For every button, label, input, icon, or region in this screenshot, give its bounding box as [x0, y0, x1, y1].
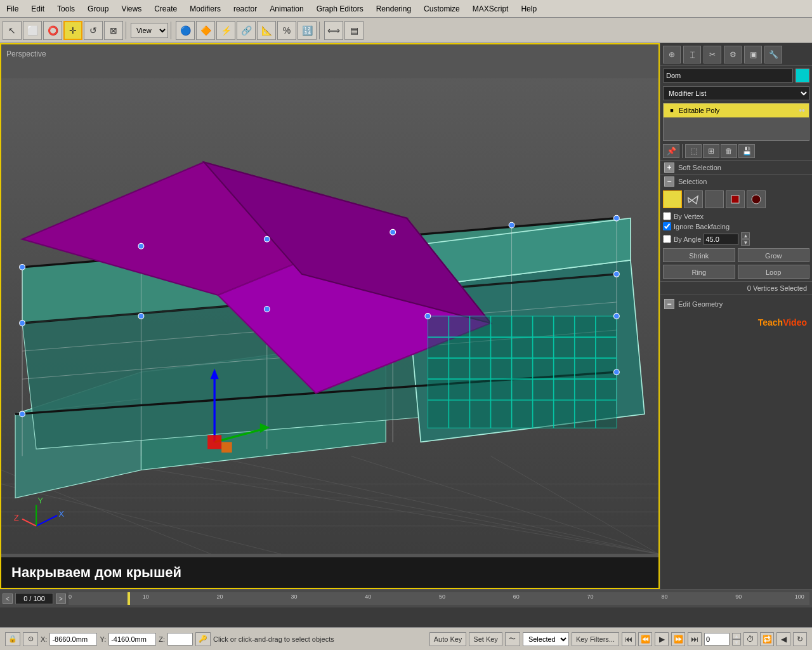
- svg-rect-77: [731, 196, 739, 203]
- target-btn[interactable]: ⊙: [23, 632, 38, 646]
- modifier-list-select[interactable]: Modifier List: [663, 86, 809, 100]
- curve-icon[interactable]: 〜: [505, 632, 520, 646]
- display-panel-btn[interactable]: ▣: [744, 46, 762, 63]
- set-key-btn[interactable]: Set Key: [469, 632, 502, 646]
- time-config-btn[interactable]: ⏱: [743, 632, 757, 646]
- modify-panel-btn[interactable]: ⌶: [683, 46, 701, 63]
- hierarchy-panel-btn[interactable]: ✂: [704, 46, 721, 63]
- scale-tool[interactable]: ⊠: [104, 21, 123, 40]
- menu-maxscript[interactable]: MAXScript: [466, 2, 515, 16]
- utilities-panel-btn[interactable]: 🔧: [764, 46, 782, 63]
- menu-modifiers[interactable]: Modifiers: [183, 2, 227, 16]
- go-end-btn[interactable]: ⏭: [688, 632, 702, 646]
- soft-selection-toggle[interactable]: +: [664, 162, 674, 173]
- object-name-input[interactable]: [663, 69, 793, 83]
- prev-frame-btn[interactable]: ⏪: [638, 632, 652, 646]
- menu-file[interactable]: File: [0, 2, 25, 16]
- by-vertex-checkbox[interactable]: [663, 212, 671, 220]
- angle-snap[interactable]: 📐: [257, 21, 276, 40]
- modifier-editable-poly[interactable]: ■ Editable Poly ••: [664, 103, 809, 117]
- modifier-options[interactable]: ••: [799, 105, 805, 116]
- select-tool[interactable]: ↖: [3, 21, 22, 40]
- selection-header[interactable]: − Selection: [660, 174, 812, 188]
- menu-views[interactable]: Views: [115, 2, 148, 16]
- svg-point-74: [673, 195, 677, 199]
- menu-graph-editors[interactable]: Graph Editors: [310, 2, 370, 16]
- configure-btn[interactable]: 💾: [738, 144, 755, 158]
- ruler-80: 80: [661, 594, 667, 600]
- motion-panel-btn[interactable]: ⚙: [724, 46, 742, 63]
- timeline-next-btn[interactable]: >: [56, 594, 66, 604]
- render-scene[interactable]: 🔶: [196, 21, 215, 40]
- selection-toggle[interactable]: −: [664, 176, 674, 187]
- align-tool[interactable]: ⟺: [324, 21, 343, 40]
- y-coord-input[interactable]: [108, 633, 156, 646]
- menu-group[interactable]: Group: [81, 2, 115, 16]
- svg-rect-51: [207, 435, 221, 449]
- current-frame-input[interactable]: [704, 633, 730, 646]
- grow-button[interactable]: Grow: [738, 248, 810, 262]
- color-swatch[interactable]: [796, 69, 809, 83]
- pin-stack-btn[interactable]: 📌: [663, 144, 679, 158]
- menu-edit[interactable]: Edit: [25, 2, 51, 16]
- frame-down-btn[interactable]: ▼: [732, 639, 741, 646]
- loop-button[interactable]: Loop: [738, 265, 810, 279]
- menu-create[interactable]: Create: [148, 2, 183, 16]
- timeline-ruler[interactable]: 0 10 20 30 40 50 60 70 80 90 100: [69, 592, 809, 605]
- vertex-select-btn[interactable]: [663, 190, 682, 208]
- lock-selection-btn[interactable]: 🔒: [5, 632, 20, 646]
- timeline-slider[interactable]: [128, 592, 130, 605]
- region-select-tool[interactable]: ⬜: [23, 21, 42, 40]
- make-unique-btn[interactable]: ⊞: [703, 144, 719, 158]
- auto-key-btn[interactable]: Auto Key: [429, 632, 467, 646]
- edge-select-btn[interactable]: [684, 190, 703, 208]
- menu-tools[interactable]: Tools: [51, 2, 81, 16]
- play-mode-btn[interactable]: ↻: [793, 632, 807, 646]
- loop-btn[interactable]: 🔁: [760, 632, 774, 646]
- menu-customize[interactable]: Customize: [417, 2, 466, 16]
- quick-render[interactable]: ⚡: [216, 21, 235, 40]
- snap-toggle[interactable]: 🔗: [237, 21, 256, 40]
- angle-up-btn[interactable]: ▲: [741, 232, 750, 239]
- timeline-prev-btn[interactable]: <: [3, 594, 13, 604]
- ruler-10: 10: [143, 594, 149, 600]
- circle-select-tool[interactable]: ⭕: [43, 21, 62, 40]
- shrink-button[interactable]: Shrink: [663, 248, 735, 262]
- polygon-select-btn[interactable]: [726, 190, 745, 208]
- go-start-btn[interactable]: ⏮: [622, 632, 636, 646]
- border-select-btn[interactable]: [705, 190, 724, 208]
- edit-geometry-toggle[interactable]: −: [664, 299, 674, 309]
- percent-snap[interactable]: %: [277, 21, 296, 40]
- material-editor[interactable]: 🔵: [176, 21, 195, 40]
- soft-selection-header[interactable]: + Soft Selection: [660, 160, 812, 174]
- angle-down-btn[interactable]: ▼: [741, 239, 750, 246]
- key-filters-btn[interactable]: Key Filters...: [572, 632, 619, 646]
- menu-animation[interactable]: Animation: [263, 2, 310, 16]
- remove-modifier-btn[interactable]: 🗑: [721, 144, 737, 158]
- angle-value-input[interactable]: [704, 234, 738, 245]
- next-frame-btn[interactable]: ⏩: [671, 632, 685, 646]
- play-btn[interactable]: ▶: [655, 632, 669, 646]
- menu-rendering[interactable]: Rendering: [370, 2, 417, 16]
- play-reverse-btn[interactable]: ◀: [776, 632, 790, 646]
- reference-coord[interactable]: View World Local: [131, 23, 168, 38]
- frame-up-btn[interactable]: ▲: [732, 633, 741, 639]
- move-tool[interactable]: ✛: [63, 21, 82, 40]
- menu-help[interactable]: Help: [514, 2, 543, 16]
- create-panel-btn[interactable]: ⊕: [663, 46, 681, 63]
- rotate-tool[interactable]: ↺: [84, 21, 103, 40]
- ignore-backfacing-checkbox[interactable]: [663, 222, 671, 230]
- ring-button[interactable]: Ring: [663, 265, 735, 279]
- viewport[interactable]: Perspective: [0, 43, 660, 589]
- edit-geometry-header[interactable]: − Edit Geometry: [660, 295, 812, 312]
- layer-manager[interactable]: ▤: [344, 21, 363, 40]
- key-icon[interactable]: 🔑: [195, 632, 211, 646]
- element-select-btn[interactable]: [747, 190, 766, 208]
- playback-mode-select[interactable]: Selected: [523, 632, 569, 646]
- menu-reactor[interactable]: reactor: [227, 2, 263, 16]
- x-coord-input[interactable]: [49, 633, 97, 646]
- z-coord-input[interactable]: [167, 633, 193, 646]
- spinner-snap[interactable]: 🔢: [298, 21, 317, 40]
- show-end-result-btn[interactable]: ⬚: [685, 144, 702, 158]
- by-angle-checkbox[interactable]: [663, 235, 671, 243]
